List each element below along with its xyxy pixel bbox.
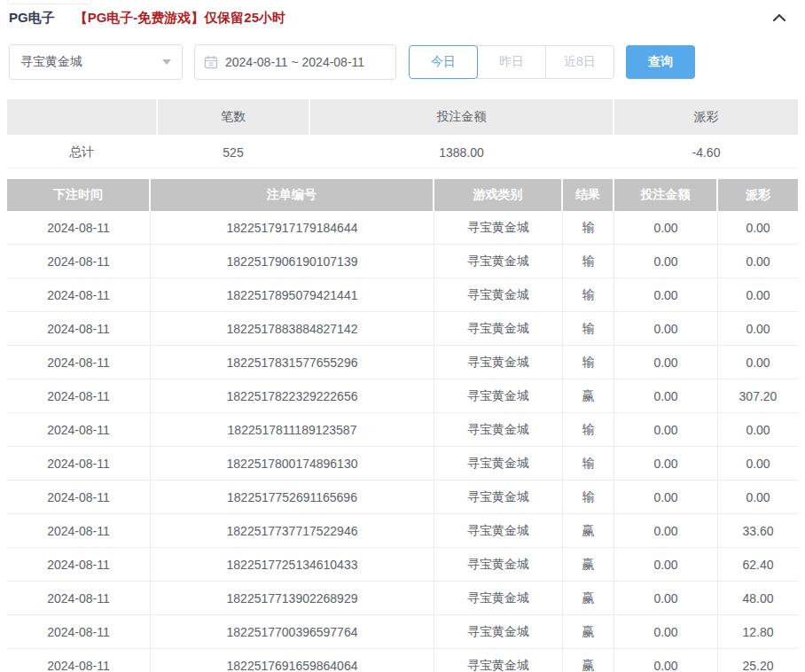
- col-bet-time: 下注时间: [7, 179, 151, 211]
- payout-cell: 0.00: [718, 413, 798, 447]
- cutoff-tab-fragment: [7, 0, 92, 4]
- bet-time-cell: 2024-08-11: [7, 211, 151, 245]
- payout-cell: 0.00: [718, 481, 798, 514]
- summary-total-payout: -4.60: [614, 135, 798, 168]
- result-cell: 输: [563, 481, 614, 514]
- payout-cell: 25.20: [718, 649, 798, 672]
- search-button[interactable]: 查询: [626, 45, 695, 79]
- bet-amount-cell: 0.00: [614, 413, 718, 447]
- bet-id-cell: 1822517895079421441: [151, 278, 434, 312]
- bet-time-cell: 2024-08-11: [7, 548, 151, 582]
- summary-total-bet-amount: 1388.00: [310, 135, 614, 168]
- bet-amount-cell: 0.00: [614, 615, 718, 649]
- payout-cell: 33.60: [718, 514, 798, 548]
- result-cell: 赢: [563, 548, 614, 582]
- table-row: 2024-08-111822517831577655296寻宝黄金城输0.000…: [7, 346, 798, 379]
- bet-id-cell: 1822517700396597764: [151, 615, 434, 649]
- col-bet-amount: 投注金额: [614, 179, 718, 211]
- bet-amount-cell: 0.00: [614, 649, 718, 672]
- bet-id-cell: 1822517752691165696: [151, 481, 434, 514]
- table-row: 2024-08-111822517811189123587寻宝黄金城输0.000…: [7, 413, 798, 447]
- payout-cell: 0.00: [718, 312, 798, 346]
- payout-cell: 0.00: [718, 245, 798, 278]
- result-cell: 赢: [563, 615, 614, 649]
- result-cell: 输: [563, 211, 614, 245]
- result-cell: 赢: [563, 514, 614, 548]
- summary-header-count: 笔数: [158, 99, 310, 135]
- summary-header-empty: [7, 99, 158, 135]
- bet-time-cell: 2024-08-11: [7, 481, 151, 514]
- result-cell: 赢: [563, 379, 614, 413]
- records-body: 2024-08-111822517917179184644寻宝黄金城输0.000…: [7, 211, 798, 672]
- pg-records-panel: PG电子 【PG电子-免费游戏】仅保留25小时 寻宝黄金城 2024-08-11…: [0, 0, 805, 672]
- bet-id-cell: 1822517906190107139: [151, 245, 434, 278]
- bet-time-cell: 2024-08-11: [7, 278, 151, 312]
- result-cell: 赢: [563, 582, 614, 615]
- result-cell: 赢: [563, 649, 614, 672]
- last8days-button[interactable]: 近8日: [545, 45, 614, 79]
- bet-id-cell: 1822517737717522946: [151, 514, 434, 548]
- panel-header: PG电子 【PG电子-免费游戏】仅保留25小时: [0, 0, 805, 35]
- payout-cell: 62.40: [718, 548, 798, 582]
- retention-notice: 【PG电子-免费游戏】仅保留25小时: [74, 10, 285, 27]
- bet-id-cell: 1822517725134610433: [151, 548, 434, 582]
- game-type-cell: 寻宝黄金城: [434, 312, 563, 346]
- summary-header-bet-amount: 投注金额: [310, 99, 614, 135]
- game-select-value: 寻宝黄金城: [20, 54, 162, 70]
- payout-cell: 0.00: [718, 447, 798, 481]
- payout-cell: 48.00: [718, 582, 798, 615]
- summary-total-label: 总计: [7, 135, 158, 168]
- game-type-cell: 寻宝黄金城: [434, 278, 563, 312]
- payout-cell: 0.00: [718, 211, 798, 245]
- game-type-cell: 寻宝黄金城: [434, 447, 563, 481]
- bet-time-cell: 2024-08-11: [7, 312, 151, 346]
- bet-time-cell: 2024-08-11: [7, 649, 151, 672]
- result-cell: 输: [563, 346, 614, 379]
- payout-cell: 307.20: [718, 379, 798, 413]
- records-table: 下注时间 注单编号 游戏类别 结果 投注金额 派彩 2024-08-111822…: [7, 179, 798, 672]
- bet-id-cell: 1822517691659864064: [151, 649, 434, 672]
- result-cell: 输: [563, 447, 614, 481]
- bet-id-cell: 1822517713902268929: [151, 582, 434, 615]
- quick-range-group: 今日 昨日 近8日: [409, 45, 614, 79]
- date-range-value: 2024-08-11 ~ 2024-08-11: [225, 55, 364, 69]
- today-button[interactable]: 今日: [409, 45, 478, 79]
- bet-amount-cell: 0.00: [614, 447, 718, 481]
- table-row: 2024-08-111822517725134610433寻宝黄金城赢0.006…: [7, 548, 798, 582]
- bet-id-cell: 1822517822329222656: [151, 379, 434, 413]
- bet-id-cell: 1822517883884827142: [151, 312, 434, 346]
- payout-cell: 12.80: [718, 615, 798, 649]
- bet-id-cell: 1822517800174896130: [151, 447, 434, 481]
- bet-time-cell: 2024-08-11: [7, 582, 151, 615]
- col-bet-id: 注单编号: [151, 179, 434, 211]
- col-game-type: 游戏类别: [434, 179, 563, 211]
- game-type-cell: 寻宝黄金城: [434, 346, 563, 379]
- bet-time-cell: 2024-08-11: [7, 413, 151, 447]
- chevron-up-icon: [772, 13, 786, 22]
- bet-amount-cell: 0.00: [614, 548, 718, 582]
- collapse-panel-button[interactable]: [770, 8, 789, 27]
- summary-total-count: 525: [158, 135, 310, 168]
- bet-amount-cell: 0.00: [614, 312, 718, 346]
- bet-amount-cell: 0.00: [614, 278, 718, 312]
- table-row: 2024-08-111822517752691165696寻宝黄金城输0.000…: [7, 481, 798, 514]
- table-row: 2024-08-111822517895079421441寻宝黄金城输0.000…: [7, 278, 798, 312]
- yesterday-button[interactable]: 昨日: [477, 45, 546, 79]
- provider-title: PG电子: [9, 10, 55, 27]
- result-cell: 输: [563, 312, 614, 346]
- date-range-input[interactable]: 2024-08-11 ~ 2024-08-11: [194, 44, 396, 80]
- game-type-cell: 寻宝黄金城: [434, 481, 563, 514]
- records-header-row: 下注时间 注单编号 游戏类别 结果 投注金额 派彩: [7, 179, 798, 211]
- bet-amount-cell: 0.00: [614, 211, 718, 245]
- game-type-cell: 寻宝黄金城: [434, 211, 563, 245]
- game-type-cell: 寻宝黄金城: [434, 514, 563, 548]
- table-row: 2024-08-111822517713902268929寻宝黄金城赢0.004…: [7, 582, 798, 615]
- table-row: 2024-08-111822517691659864064寻宝黄金城赢0.002…: [7, 649, 798, 672]
- payout-cell: 0.00: [718, 346, 798, 379]
- table-row: 2024-08-111822517883884827142寻宝黄金城输0.000…: [7, 312, 798, 346]
- bet-time-cell: 2024-08-11: [7, 346, 151, 379]
- game-type-cell: 寻宝黄金城: [434, 245, 563, 278]
- summary-table: 笔数 投注金额 派彩 总计 525 1388.00 -4.60: [7, 99, 798, 168]
- bet-id-cell: 1822517811189123587: [151, 413, 434, 447]
- game-select[interactable]: 寻宝黄金城: [9, 44, 183, 80]
